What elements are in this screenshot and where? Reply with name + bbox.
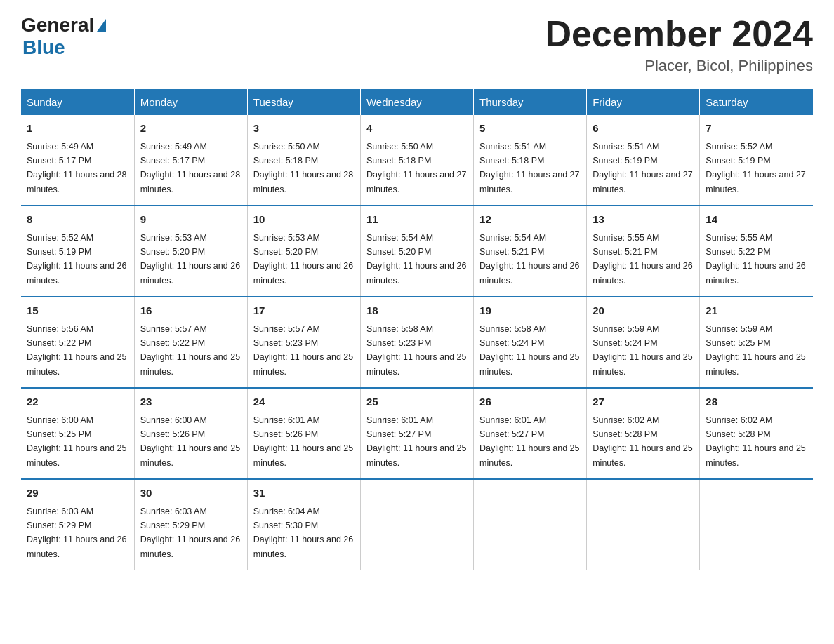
day-number: 7 bbox=[706, 121, 807, 137]
day-info: Sunrise: 6:03 AMSunset: 5:29 PMDaylight:… bbox=[27, 507, 126, 559]
day-info: Sunrise: 5:55 AMSunset: 5:21 PMDaylight:… bbox=[593, 233, 692, 286]
header: General Blue December 2024 Placer, Bicol… bbox=[21, 14, 813, 75]
calendar-cell: 18 Sunrise: 5:58 AMSunset: 5:23 PMDaylig… bbox=[360, 297, 473, 388]
day-info: Sunrise: 6:01 AMSunset: 5:27 PMDaylight:… bbox=[479, 415, 579, 468]
day-number: 18 bbox=[366, 303, 468, 319]
day-info: Sunrise: 5:54 AMSunset: 5:20 PMDaylight:… bbox=[366, 233, 466, 286]
day-number: 30 bbox=[140, 485, 241, 502]
calendar-cell bbox=[587, 479, 700, 570]
day-info: Sunrise: 5:59 AMSunset: 5:25 PMDaylight:… bbox=[706, 324, 805, 377]
day-info: Sunrise: 5:53 AMSunset: 5:20 PMDaylight:… bbox=[140, 233, 240, 286]
day-number: 29 bbox=[27, 485, 128, 502]
calendar-cell: 31 Sunrise: 6:04 AMSunset: 5:30 PMDaylig… bbox=[247, 479, 360, 570]
calendar-cell: 30 Sunrise: 6:03 AMSunset: 5:29 PMDaylig… bbox=[134, 479, 247, 570]
day-info: Sunrise: 5:53 AMSunset: 5:20 PMDaylight:… bbox=[253, 233, 353, 286]
calendar-cell: 9 Sunrise: 5:53 AMSunset: 5:20 PMDayligh… bbox=[134, 206, 247, 297]
calendar-cell: 12 Sunrise: 5:54 AMSunset: 5:21 PMDaylig… bbox=[474, 206, 587, 297]
day-number: 14 bbox=[706, 212, 807, 228]
logo-blue: Blue bbox=[22, 36, 65, 58]
day-number: 8 bbox=[27, 212, 128, 228]
calendar-cell: 23 Sunrise: 6:00 AMSunset: 5:26 PMDaylig… bbox=[134, 388, 247, 479]
day-number: 16 bbox=[140, 303, 241, 319]
day-info: Sunrise: 5:57 AMSunset: 5:22 PMDaylight:… bbox=[140, 324, 240, 377]
day-info: Sunrise: 6:02 AMSunset: 5:28 PMDaylight:… bbox=[593, 415, 692, 468]
calendar-cell: 17 Sunrise: 5:57 AMSunset: 5:23 PMDaylig… bbox=[247, 297, 360, 388]
calendar-cell: 10 Sunrise: 5:53 AMSunset: 5:20 PMDaylig… bbox=[247, 206, 360, 297]
day-number: 11 bbox=[366, 212, 468, 228]
day-info: Sunrise: 5:52 AMSunset: 5:19 PMDaylight:… bbox=[27, 233, 126, 286]
calendar-table: SundayMondayTuesdayWednesdayThursdayFrid… bbox=[21, 89, 813, 570]
header-cell-friday: Friday bbox=[587, 89, 700, 115]
calendar-week-row: 15 Sunrise: 5:56 AMSunset: 5:22 PMDaylig… bbox=[21, 297, 813, 388]
day-number: 2 bbox=[140, 121, 241, 137]
title-area: December 2024 Placer, Bicol, Philippines bbox=[545, 14, 813, 75]
day-info: Sunrise: 5:51 AMSunset: 5:19 PMDaylight:… bbox=[593, 142, 692, 194]
day-info: Sunrise: 5:52 AMSunset: 5:19 PMDaylight:… bbox=[706, 142, 805, 194]
calendar-cell: 15 Sunrise: 5:56 AMSunset: 5:22 PMDaylig… bbox=[21, 297, 134, 388]
calendar-cell: 13 Sunrise: 5:55 AMSunset: 5:21 PMDaylig… bbox=[587, 206, 700, 297]
calendar-cell: 28 Sunrise: 6:02 AMSunset: 5:28 PMDaylig… bbox=[700, 388, 813, 479]
day-info: Sunrise: 6:02 AMSunset: 5:28 PMDaylight:… bbox=[706, 415, 805, 468]
day-info: Sunrise: 6:01 AMSunset: 5:27 PMDaylight:… bbox=[366, 415, 466, 468]
day-info: Sunrise: 5:49 AMSunset: 5:17 PMDaylight:… bbox=[140, 142, 240, 194]
day-number: 4 bbox=[366, 121, 468, 137]
calendar-cell: 3 Sunrise: 5:50 AMSunset: 5:18 PMDayligh… bbox=[247, 115, 360, 206]
day-number: 26 bbox=[479, 394, 581, 410]
day-info: Sunrise: 5:55 AMSunset: 5:22 PMDaylight:… bbox=[706, 233, 805, 286]
day-number: 27 bbox=[593, 394, 694, 410]
day-info: Sunrise: 5:50 AMSunset: 5:18 PMDaylight:… bbox=[366, 142, 466, 194]
day-number: 1 bbox=[27, 121, 128, 137]
calendar-cell: 14 Sunrise: 5:55 AMSunset: 5:22 PMDaylig… bbox=[700, 206, 813, 297]
day-number: 21 bbox=[706, 303, 807, 319]
day-number: 20 bbox=[593, 303, 694, 319]
calendar-cell: 27 Sunrise: 6:02 AMSunset: 5:28 PMDaylig… bbox=[587, 388, 700, 479]
day-number: 24 bbox=[253, 394, 355, 410]
day-number: 3 bbox=[253, 121, 355, 137]
day-info: Sunrise: 5:58 AMSunset: 5:24 PMDaylight:… bbox=[479, 324, 579, 377]
calendar-cell: 11 Sunrise: 5:54 AMSunset: 5:20 PMDaylig… bbox=[360, 206, 473, 297]
calendar-cell: 19 Sunrise: 5:58 AMSunset: 5:24 PMDaylig… bbox=[474, 297, 587, 388]
day-number: 10 bbox=[253, 212, 355, 228]
calendar-week-row: 8 Sunrise: 5:52 AMSunset: 5:19 PMDayligh… bbox=[21, 206, 813, 297]
day-info: Sunrise: 6:03 AMSunset: 5:29 PMDaylight:… bbox=[140, 507, 240, 559]
calendar-cell bbox=[360, 479, 473, 570]
calendar-week-row: 22 Sunrise: 6:00 AMSunset: 5:25 PMDaylig… bbox=[21, 388, 813, 479]
day-number: 15 bbox=[27, 303, 128, 319]
calendar-cell: 7 Sunrise: 5:52 AMSunset: 5:19 PMDayligh… bbox=[700, 115, 813, 206]
day-info: Sunrise: 6:04 AMSunset: 5:30 PMDaylight:… bbox=[253, 507, 353, 559]
day-number: 25 bbox=[366, 394, 468, 410]
calendar-cell: 6 Sunrise: 5:51 AMSunset: 5:19 PMDayligh… bbox=[587, 115, 700, 206]
day-info: Sunrise: 5:49 AMSunset: 5:17 PMDaylight:… bbox=[27, 142, 126, 194]
calendar-cell: 2 Sunrise: 5:49 AMSunset: 5:17 PMDayligh… bbox=[134, 115, 247, 206]
calendar-week-row: 1 Sunrise: 5:49 AMSunset: 5:17 PMDayligh… bbox=[21, 115, 813, 206]
calendar-cell: 5 Sunrise: 5:51 AMSunset: 5:18 PMDayligh… bbox=[474, 115, 587, 206]
logo: General Blue bbox=[21, 14, 106, 59]
month-title: December 2024 bbox=[545, 14, 813, 54]
day-number: 12 bbox=[479, 212, 581, 228]
calendar-header-row: SundayMondayTuesdayWednesdayThursdayFrid… bbox=[21, 89, 813, 115]
day-info: Sunrise: 6:00 AMSunset: 5:25 PMDaylight:… bbox=[27, 415, 126, 468]
calendar-cell: 1 Sunrise: 5:49 AMSunset: 5:17 PMDayligh… bbox=[21, 115, 134, 206]
day-number: 5 bbox=[479, 121, 581, 137]
location-title: Placer, Bicol, Philippines bbox=[545, 57, 813, 75]
calendar-cell: 26 Sunrise: 6:01 AMSunset: 5:27 PMDaylig… bbox=[474, 388, 587, 479]
calendar-week-row: 29 Sunrise: 6:03 AMSunset: 5:29 PMDaylig… bbox=[21, 479, 813, 570]
header-cell-tuesday: Tuesday bbox=[247, 89, 360, 115]
day-info: Sunrise: 6:01 AMSunset: 5:26 PMDaylight:… bbox=[253, 415, 353, 468]
calendar-cell: 21 Sunrise: 5:59 AMSunset: 5:25 PMDaylig… bbox=[700, 297, 813, 388]
header-cell-monday: Monday bbox=[134, 89, 247, 115]
day-info: Sunrise: 5:54 AMSunset: 5:21 PMDaylight:… bbox=[479, 233, 579, 286]
day-info: Sunrise: 6:00 AMSunset: 5:26 PMDaylight:… bbox=[140, 415, 240, 468]
day-number: 6 bbox=[593, 121, 694, 137]
header-cell-thursday: Thursday bbox=[474, 89, 587, 115]
calendar-cell: 29 Sunrise: 6:03 AMSunset: 5:29 PMDaylig… bbox=[21, 479, 134, 570]
day-number: 17 bbox=[253, 303, 355, 319]
day-number: 9 bbox=[140, 212, 241, 228]
day-info: Sunrise: 5:56 AMSunset: 5:22 PMDaylight:… bbox=[27, 324, 126, 377]
day-info: Sunrise: 5:57 AMSunset: 5:23 PMDaylight:… bbox=[253, 324, 353, 377]
calendar-cell: 8 Sunrise: 5:52 AMSunset: 5:19 PMDayligh… bbox=[21, 206, 134, 297]
header-cell-wednesday: Wednesday bbox=[360, 89, 473, 115]
day-number: 13 bbox=[593, 212, 694, 228]
calendar-cell bbox=[474, 479, 587, 570]
day-info: Sunrise: 5:59 AMSunset: 5:24 PMDaylight:… bbox=[593, 324, 692, 377]
